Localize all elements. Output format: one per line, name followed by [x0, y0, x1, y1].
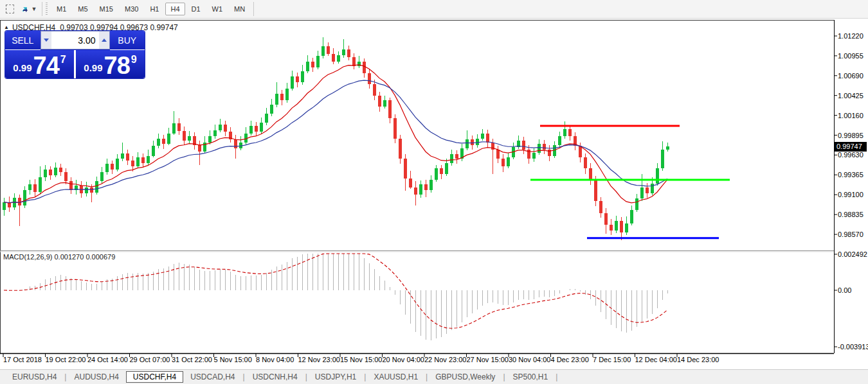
time-axis-label: 5 Nov 15:00 [214, 356, 252, 363]
toolbar-separator [42, 2, 42, 16]
timeframe-button-m1[interactable]: M1 [51, 3, 71, 15]
time-axis-label: 8 Nov 04:00 [256, 356, 294, 363]
triangle-down-icon [44, 39, 49, 42]
price-axis-label: 1.00160 [838, 112, 863, 119]
sell-price-box[interactable]: 0.99747 [5, 50, 74, 78]
macd-axis-label: 0.00 [838, 286, 851, 294]
volume-decrease-button[interactable] [41, 31, 51, 49]
time-axis-label: 4 Dec 23:00 [551, 356, 589, 363]
buy-price-pips: 78 [104, 54, 130, 77]
sell-price-pips: 74 [33, 54, 59, 77]
time-axis-label: 30 Nov 04:00 [509, 356, 550, 363]
time-axis-label: 24 Oct 14:00 [87, 356, 128, 363]
timeframe-buttons: M1M5M15M30H1H4D1W1MN [51, 3, 251, 15]
volume-increase-button[interactable] [99, 31, 109, 49]
price-axis-label: 1.00425 [838, 92, 863, 100]
tab-separator: | [426, 372, 428, 381]
macd-axis-label: 0.002492 [838, 250, 867, 258]
tab-separator: | [243, 372, 245, 381]
price-axis-label: 0.99895 [838, 132, 863, 139]
triangle-up-icon [102, 39, 107, 42]
timeframe-button-w1[interactable]: W1 [207, 3, 228, 15]
price-axis-label: 0.99100 [838, 191, 863, 198]
macd-axis-label: -0.003913 [838, 343, 868, 351]
toolbar-separator [253, 2, 254, 16]
buy-price-point: 9 [131, 54, 137, 65]
chart-tab-usdcad[interactable]: USDCAD,H4 [183, 371, 242, 383]
tab-separator: | [305, 372, 307, 381]
timeframe-button-m5[interactable]: M5 [73, 3, 93, 15]
chart-tab-usdjpy[interactable]: USDJPY,H1 [308, 371, 363, 383]
buy-price-prefix: 0.99 [84, 62, 102, 73]
price-axis-label: 0.98570 [838, 231, 863, 238]
price-axis-label: 1.01220 [838, 32, 863, 40]
ma-slow-line [4, 80, 667, 202]
toolbar: ▼ M1M5M15M30H1H4D1W1MN [0, 0, 868, 19]
macd-signal-line [4, 254, 667, 328]
price-axis-label: 1.00955 [838, 52, 863, 60]
sell-price-prefix: 0.99 [13, 62, 32, 73]
dropdown-caret-icon: ▼ [32, 6, 37, 12]
sell-price-point: 7 [60, 54, 66, 65]
buy-price-box[interactable]: 0.99789 [76, 50, 145, 78]
chart-tab-usdchf[interactable]: USDCHF,H4 [126, 371, 183, 383]
chart-tab-bar: EURUSD,H4|AUDUSD,H4USDCHF,H4USDCAD,H4|US… [0, 369, 868, 384]
time-axis-label: 20 Nov 04:00 [383, 356, 424, 363]
timeframe-button-m30[interactable]: M30 [120, 3, 143, 15]
trade-panel: SELL 3.00 BUY 0.99747 0.99789 [5, 31, 145, 78]
chart-tab-usdcnh[interactable]: USDCNH,H4 [246, 371, 305, 383]
macd-indicator-label: MACD(12,26,9) 0.001270 0.000679 [3, 253, 115, 261]
dashed-box-icon[interactable] [2, 2, 17, 16]
chart-tab-audusd[interactable]: AUDUSD,H4 [67, 371, 125, 383]
time-axis-label: 27 Nov 15:00 [467, 356, 509, 363]
time-axis-label: 17 Oct 2018 [3, 356, 42, 363]
timeframe-button-m15[interactable]: M15 [95, 3, 118, 15]
chart-tab-xauusd[interactable]: XAUUSD,H1 [366, 371, 425, 383]
timeframe-button-h4[interactable]: H4 [165, 3, 185, 15]
time-axis-label: 12 Dec 04:00 [635, 356, 677, 363]
sell-button[interactable]: SELL [5, 31, 41, 50]
price-axis-label: 0.99365 [838, 171, 863, 179]
buy-button[interactable]: BUY [110, 31, 145, 50]
ma-fast-line [4, 65, 667, 203]
toolbar-grip[interactable] [45, 3, 48, 15]
time-axis-label: 7 Dec 15:00 [593, 356, 631, 363]
collapse-arrow-icon: ▲ [4, 24, 9, 30]
timeframe-button-d1[interactable]: D1 [186, 3, 206, 15]
chart-tab-eurusd[interactable]: EURUSD,H4 [5, 371, 64, 383]
price-axis-label: 0.99630 [838, 151, 863, 159]
time-axis-label: 19 Oct 22:00 [46, 356, 86, 363]
time-axis-label: 15 Nov 15:00 [340, 356, 382, 363]
tab-separator: | [364, 372, 366, 381]
price-axis-label: 0.98835 [838, 211, 863, 218]
tab-separator: | [503, 372, 505, 381]
macd-histogram [4, 254, 667, 340]
timeframe-button-mn[interactable]: MN [229, 3, 250, 15]
current-price-badge: 0.99747 [834, 142, 867, 152]
chart-tab-gbpusd[interactable]: GBPUSD,Weekly [428, 371, 502, 383]
swap-arrows-glyph [20, 4, 30, 14]
time-axis-label: 22 Nov 23:00 [424, 356, 466, 363]
price-axis-label: 1.00690 [838, 72, 863, 80]
timeframe-button-h1[interactable]: H1 [145, 3, 164, 15]
time-axis-label: 12 Nov 23:00 [298, 356, 340, 363]
time-axis-label: 29 Oct 07:00 [130, 356, 170, 363]
volume-input[interactable]: 3.00 [51, 31, 99, 49]
volume-spinner: 3.00 [41, 31, 110, 49]
chart-window[interactable]: ▲USDCHF,H40.99703 0.99794 0.99673 0.9974… [0, 19, 868, 369]
chart-tab-sp500[interactable]: SP500,H1 [506, 371, 556, 383]
double-arrows-icon[interactable]: ▼ [17, 2, 39, 16]
time-axis-label: 14 Dec 23:00 [677, 356, 719, 363]
time-axis-label: 31 Oct 22:00 [172, 356, 212, 363]
tab-separator: | [556, 372, 557, 381]
tab-separator: | [64, 372, 66, 381]
